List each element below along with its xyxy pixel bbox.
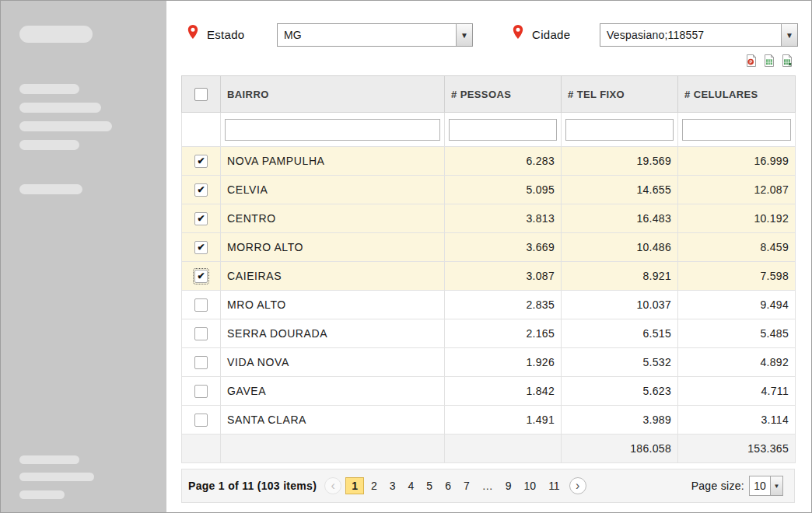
bairro-cell: MORRO ALTO <box>221 233 445 262</box>
tel-fixo-cell: 5.623 <box>562 377 678 406</box>
pager-page[interactable]: 5 <box>421 478 438 494</box>
cidade-value: Vespasiano;118557 <box>600 24 781 46</box>
row-checkbox[interactable] <box>194 414 208 427</box>
filter-cell-pessoas <box>445 113 562 147</box>
sidebar-skeleton-bar <box>19 490 65 499</box>
table-row: ✔CELVIA5.09514.65512.087 <box>182 176 796 204</box>
tel-fixo-cell: 16.483 <box>562 204 678 233</box>
row-checkbox[interactable] <box>194 327 208 340</box>
tel-fixo-cell: 3.989 <box>562 406 678 434</box>
grid-filter-row <box>182 113 796 147</box>
pessoas-cell: 3.087 <box>445 262 562 291</box>
pessoas-cell: 6.283 <box>445 147 562 176</box>
row-checkbox[interactable]: ✔ <box>194 241 208 254</box>
row-select-cell: ✔ <box>182 262 221 291</box>
cidade-combobox[interactable]: Vespasiano;118557 ▼ <box>600 23 798 47</box>
pager-summary: Page 1 of 11 (103 items) <box>188 480 317 492</box>
export-pdf-icon[interactable] <box>745 54 758 67</box>
row-checkbox[interactable] <box>194 385 208 398</box>
pager-page[interactable]: 4 <box>403 478 420 494</box>
table-row: MRO ALTO2.83510.0379.494 <box>182 291 796 319</box>
celulares-cell: 5.485 <box>678 319 796 348</box>
bairro-cell: CAIEIRAS <box>221 262 445 291</box>
main-panel: Estado MG ▼ Cidade Vespasiano;118557 ▼ <box>166 1 811 512</box>
table-row: ✔NOVA PAMPULHA6.28319.56916.999 <box>182 147 796 176</box>
grid-summary-row: 186.058 153.365 <box>182 434 796 463</box>
pessoas-cell: 2.165 <box>445 319 562 348</box>
cidade-label: Cidade <box>532 28 570 41</box>
filters-row: Estado MG ▼ Cidade Vespasiano;118557 ▼ <box>166 23 811 47</box>
column-header-bairro[interactable]: BAIRRO <box>221 76 445 113</box>
select-all-checkbox[interactable] <box>194 88 208 101</box>
bairro-cell: MRO ALTO <box>221 291 445 319</box>
row-checkbox[interactable] <box>194 298 208 312</box>
pager-pages: 1234567…91011 <box>345 477 566 494</box>
page-size-dropdown-arrow-icon[interactable]: ▼ <box>770 476 782 495</box>
bairro-cell: SERRA DOURADA <box>221 319 445 348</box>
pager-page[interactable]: 7 <box>458 478 475 494</box>
summary-empty-cell <box>445 434 562 463</box>
export-xls-icon[interactable] <box>763 54 775 67</box>
tel-fixo-cell: 10.037 <box>562 291 678 319</box>
row-checkbox[interactable] <box>194 356 208 369</box>
pager-page[interactable]: 3 <box>384 478 401 494</box>
column-header-celulares[interactable]: # CELULARES <box>678 76 796 113</box>
table-row: VIDA NOVA1.9265.5324.892 <box>182 348 796 377</box>
row-checkbox[interactable]: ✔ <box>194 212 208 225</box>
tel-fixo-filter-input[interactable] <box>565 119 674 141</box>
pager-page[interactable]: 10 <box>519 478 542 494</box>
pager-page[interactable]: 11 <box>543 478 565 494</box>
table-row: SERRA DOURADA2.1656.5155.485 <box>182 319 796 348</box>
page-size-select[interactable]: 10 ▼ <box>749 476 783 496</box>
summary-celulares-total: 153.365 <box>678 434 796 463</box>
estado-combobox[interactable]: MG ▼ <box>277 23 473 47</box>
table-row: ✔MORRO ALTO3.66910.4868.459 <box>182 233 796 262</box>
cidade-dropdown-arrow-icon[interactable]: ▼ <box>781 24 797 46</box>
column-header-tel-fixo[interactable]: # TEL FIXO <box>562 76 678 113</box>
sidebar-skeleton-bar <box>19 26 93 43</box>
celulares-filter-input[interactable] <box>682 119 791 141</box>
row-checkbox[interactable]: ✔ <box>194 155 208 168</box>
pager-page[interactable]: 6 <box>439 478 457 494</box>
location-pin-icon <box>187 25 198 39</box>
pager-next-button[interactable]: › <box>569 477 586 494</box>
estado-dropdown-arrow-icon[interactable]: ▼ <box>456 24 472 46</box>
row-select-cell: ✔ <box>182 233 221 262</box>
row-checkbox[interactable]: ✔ <box>194 183 208 197</box>
sidebar-skeleton-bar <box>19 103 101 113</box>
filter-cell-tel-fixo <box>562 113 678 147</box>
export-xlsx-icon[interactable] <box>781 54 793 67</box>
pager-page[interactable]: 1 <box>345 477 364 494</box>
celulares-cell: 7.598 <box>678 262 796 291</box>
pager-ellipsis: … <box>477 478 499 494</box>
row-select-cell <box>182 377 221 406</box>
row-select-cell <box>182 319 221 348</box>
tel-fixo-cell: 6.515 <box>562 319 678 348</box>
summary-empty-cell <box>221 434 445 463</box>
pessoas-cell: 2.835 <box>445 291 562 319</box>
tel-fixo-cell: 14.655 <box>562 176 678 204</box>
pager-page[interactable]: 9 <box>500 478 517 494</box>
bairro-filter-input[interactable] <box>225 119 440 141</box>
page-size-label: Page size: <box>691 480 744 492</box>
celulares-cell: 10.192 <box>678 204 796 233</box>
pessoas-cell: 1.491 <box>445 406 562 434</box>
pager-page[interactable]: 2 <box>366 478 383 494</box>
page-size-value: 10 <box>750 476 770 495</box>
summary-tel-fixo-total: 186.058 <box>562 434 678 463</box>
celulares-cell: 4.892 <box>678 348 796 377</box>
pager-prev-button[interactable]: ‹ <box>324 477 341 494</box>
bairro-cell: CENTRO <box>221 204 445 233</box>
column-header-pessoas[interactable]: # PESSOAS <box>445 76 562 113</box>
row-checkbox[interactable]: ✔ <box>194 270 208 283</box>
pessoas-filter-input[interactable] <box>449 119 557 141</box>
tel-fixo-cell: 19.569 <box>562 147 678 176</box>
sidebar-skeleton-bar <box>19 473 94 481</box>
location-pin-icon <box>513 25 523 39</box>
table-row: GAVEA1.8425.6234.711 <box>182 377 796 406</box>
sidebar-skeleton-bar <box>19 84 79 94</box>
sidebar-skeleton-bar <box>19 184 82 194</box>
bairros-grid: BAIRRO # PESSOAS # TEL FIXO # CELULARES <box>181 75 796 463</box>
filter-cell-bairro <box>221 113 445 147</box>
bairro-cell: CELVIA <box>221 176 445 204</box>
